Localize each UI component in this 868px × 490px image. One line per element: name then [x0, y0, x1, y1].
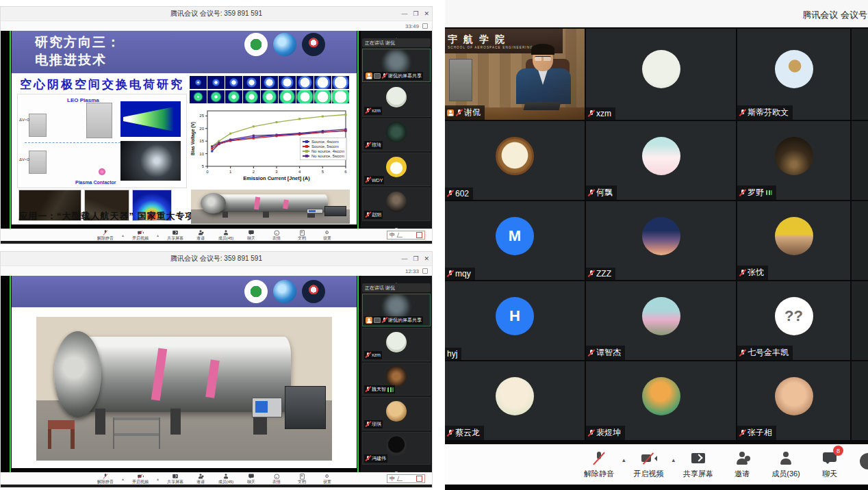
toolbar-button-mic-muted[interactable]: 解除静音	[97, 230, 114, 241]
mic-muted-icon	[588, 429, 594, 437]
toolbar-button-share[interactable]: 共享屏幕	[166, 230, 184, 241]
scroll-up-icon[interactable]	[362, 31, 431, 38]
toolbar-icon	[778, 450, 794, 467]
toolbar-button-gear[interactable]: 设置	[318, 230, 336, 241]
video-tile[interactable]: 斯蒂芬欧文	[737, 29, 850, 120]
toolbar-button-cam-muted[interactable]: 开启视频	[131, 474, 149, 485]
scroll-up-icon[interactable]	[362, 276, 431, 283]
sidebar-video-tile[interactable]: 琐琪	[362, 397, 431, 430]
sidebar-video-tile[interactable]: xzm	[362, 328, 431, 361]
mic-muted-icon	[588, 270, 594, 278]
share-border-left	[10, 276, 11, 472]
host-badge-icon	[366, 73, 372, 79]
toolbar-label: 成员(45)	[218, 480, 234, 485]
close-button[interactable]: ✕	[424, 255, 429, 262]
video-tile[interactable]: 何飘	[586, 121, 736, 200]
video-tile-speaker[interactable]: 宇航学院 SCHOOL OF AEROSPACE ENGINEERING 谢侃	[445, 29, 585, 120]
minimize-button[interactable]: —	[401, 255, 407, 262]
caret-icon[interactable]: ▴	[622, 456, 626, 463]
close-button[interactable]: ✕	[424, 10, 429, 17]
fullscreen-icon[interactable]	[422, 268, 428, 274]
scroll-down-icon[interactable]	[362, 465, 431, 472]
ime-pen-icon[interactable]	[397, 476, 405, 481]
caret-icon[interactable]: ▴	[157, 476, 159, 481]
sidebar-video-tile[interactable]: 谢侃的屏幕共享	[362, 294, 431, 326]
toolbar-button-doc[interactable]: 文档	[293, 474, 311, 485]
plasma-frame	[243, 90, 260, 103]
sidebar-video-tile[interactable]: 冯建伟	[362, 432, 431, 465]
toolbar-button-invite[interactable]: 邀请	[192, 230, 209, 241]
more-button-partial[interactable]	[860, 453, 868, 469]
sidebar-video-tile[interactable]: xzm	[362, 83, 431, 117]
participant-name: ZZZ	[596, 269, 611, 279]
video-tile[interactable]: H hyj	[445, 281, 585, 360]
ime-pen-icon[interactable]	[397, 233, 405, 237]
ime-handwriting-icon[interactable]	[416, 232, 422, 238]
plasma-diagram: LEO Plasma ΔV<0 ΔV<0 Plasma Contactor	[17, 94, 187, 188]
sidebar-video-tile[interactable]: WDY	[362, 153, 431, 186]
video-tile[interactable]: 谭智杰	[586, 281, 736, 360]
toolbar-button-person[interactable]: 成员(36)	[771, 450, 801, 479]
participant-label: 七号金丰凯	[737, 346, 793, 360]
sidebar-video-tile[interactable]: 赵阳	[362, 188, 431, 221]
sidebar-video-tile[interactable]: 琼琦	[362, 118, 431, 152]
caret-icon[interactable]: ▴	[157, 233, 159, 237]
sidebar-video-tile[interactable]: 谢侃的屏幕共享	[362, 49, 431, 82]
maximize-button[interactable]: ❐	[413, 10, 418, 17]
caret-icon[interactable]: ▴	[122, 476, 124, 481]
caret-icon[interactable]: ▴	[672, 456, 675, 463]
host-badge-icon	[366, 317, 372, 324]
toolbar-button-person[interactable]: 成员(45)	[217, 230, 235, 241]
toolbar-button-gear[interactable]: 设置	[318, 474, 336, 485]
toolbar-button-invite[interactable]: 邀请	[192, 474, 209, 485]
toolbar-icon	[248, 229, 254, 235]
video-tile[interactable]: M mqy	[445, 201, 585, 280]
avatar	[386, 435, 407, 456]
legend-entry: No source, 4sccm	[303, 149, 344, 153]
toolbar-button-emoji[interactable]: 表情	[268, 230, 285, 241]
toolbar-label: 解除静音	[584, 469, 614, 479]
toolbar-button-chat[interactable]: 聊天 8	[815, 450, 845, 479]
participant-name: 何飘	[596, 187, 613, 198]
video-tile[interactable]: ZZZ	[586, 201, 736, 280]
video-tile[interactable]: xzm	[586, 29, 736, 120]
participant-name: 冯建伟	[372, 455, 386, 462]
video-tile[interactable]: 张子相	[737, 361, 850, 440]
diagram-label-contactor: Plasma Contactor	[75, 180, 116, 185]
toolbar-button-invite[interactable]: 邀请	[727, 450, 757, 479]
ime-language[interactable]: 中	[390, 231, 395, 239]
toolbar-button-cam-muted[interactable]: 开启视频	[131, 230, 149, 241]
maximize-button[interactable]: ❐	[413, 255, 418, 262]
svg-text:Emission Current [Jnet] (A): Emission Current [Jnet] (A)	[243, 175, 310, 181]
video-tile[interactable]: 602	[445, 121, 585, 200]
toolbar-button-chat[interactable]: 聊天	[242, 474, 260, 485]
ime-handwriting-icon[interactable]	[416, 476, 422, 482]
screen-share-icon	[374, 318, 381, 323]
caret-icon[interactable]: ▴	[122, 233, 124, 237]
toolbar-button-doc[interactable]: 文档	[293, 230, 311, 241]
participant-name: 魏天智	[372, 386, 386, 393]
toolbar-button-share[interactable]: 共享屏幕	[683, 450, 713, 479]
toolbar-button-mic-muted[interactable]: 解除静音	[584, 450, 614, 479]
plasma-frame	[207, 90, 225, 103]
video-tile[interactable]: 裴煜坤	[586, 361, 736, 440]
unread-badge: 8	[833, 446, 843, 456]
video-tile[interactable]: 张忱	[737, 201, 850, 280]
toolbar-button-cam-muted[interactable]: 开启视频	[633, 450, 663, 479]
toolbar-button-emoji[interactable]: 表情	[268, 474, 285, 485]
video-tile[interactable]: 罗野	[737, 121, 850, 200]
fullscreen-icon[interactable]	[422, 23, 428, 29]
toolbar-button-mic-muted[interactable]: 解除静音	[97, 474, 114, 485]
toolbar-button-person[interactable]: 成员(45)	[217, 474, 235, 485]
grid-partial-column	[852, 29, 868, 120]
toolbar-button-share[interactable]: 共享屏幕	[166, 474, 184, 485]
minimize-button[interactable]: —	[401, 10, 407, 17]
sidebar-video-tile[interactable]: 魏天智	[362, 363, 431, 396]
video-tile[interactable]: ?? 七号金丰凯	[737, 281, 850, 360]
window-title: 腾讯会议 会议号: 359 891 591	[1, 9, 432, 18]
scroll-down-icon[interactable]	[362, 221, 431, 229]
ime-language[interactable]: 中	[390, 475, 395, 482]
video-tile[interactable]: 蔡云龙	[445, 361, 585, 440]
mic-muted-icon	[739, 349, 745, 357]
toolbar-button-chat[interactable]: 聊天	[242, 230, 260, 241]
